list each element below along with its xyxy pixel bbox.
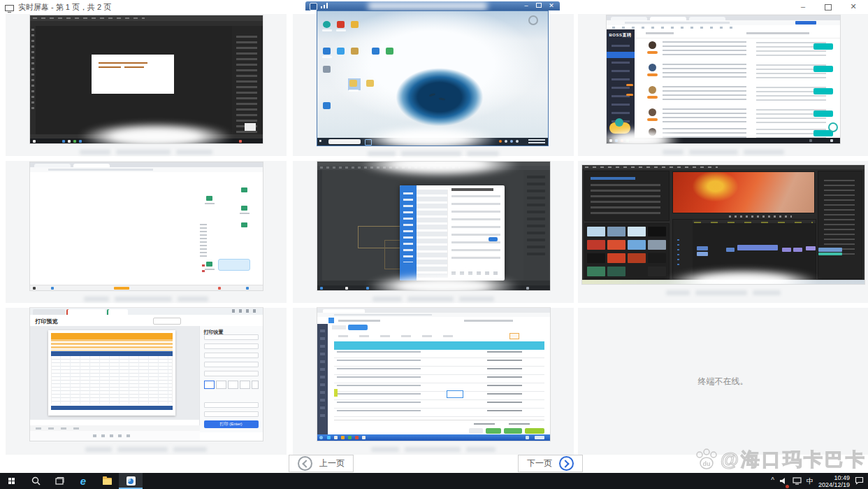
print-form-field bbox=[204, 411, 259, 417]
desktop-icon bbox=[386, 48, 393, 55]
remote-minimize-button[interactable]: – bbox=[521, 1, 532, 10]
os-taskbar bbox=[607, 138, 840, 143]
pr-right-panel bbox=[818, 171, 862, 278]
tray-time: 10:49 bbox=[834, 474, 850, 481]
minimize-button[interactable]: – bbox=[791, 0, 815, 13]
screen-cell-3[interactable]: BOSS直聘 bbox=[578, 14, 868, 156]
screen-name-label-redacted bbox=[663, 148, 784, 156]
erp-table-header bbox=[334, 341, 544, 350]
network-display-icon[interactable] bbox=[793, 475, 802, 488]
small-text-stack bbox=[200, 224, 207, 259]
os-taskbar: e ^ 中 10:49 2024/12/19 bbox=[0, 473, 868, 489]
prev-page-button[interactable]: 上一页 bbox=[289, 455, 354, 472]
pr-program-monitor bbox=[673, 172, 814, 213]
remote-session-window[interactable]: – ✕ bbox=[305, 1, 560, 146]
print-preview-area bbox=[30, 326, 200, 420]
icon-label bbox=[322, 56, 332, 58]
hidden-icons-chevron[interactable]: ^ bbox=[771, 476, 774, 484]
chat-button bbox=[813, 88, 833, 94]
tray-clock[interactable]: 10:49 2024/12/19 bbox=[818, 474, 850, 488]
print-button: 打印 (Enter) bbox=[204, 420, 259, 428]
browser-tabs bbox=[607, 15, 840, 20]
screen-name-label-redacted bbox=[84, 295, 208, 303]
node-label bbox=[205, 269, 215, 270]
screen-thumbnail-cad[interactable] bbox=[317, 162, 550, 290]
tray-clock bbox=[528, 139, 545, 144]
erp-row-marker bbox=[334, 389, 338, 397]
browser-address-bar bbox=[30, 167, 263, 172]
remote-maximize-button[interactable] bbox=[533, 1, 544, 10]
os-taskbar bbox=[30, 431, 200, 441]
edge-icon: e bbox=[80, 476, 86, 486]
icon-label bbox=[322, 29, 332, 31]
search-button[interactable] bbox=[24, 473, 48, 489]
candidate-row bbox=[639, 106, 837, 126]
erp-row-text bbox=[337, 351, 421, 416]
file-explorer-button[interactable] bbox=[95, 473, 119, 489]
erp-orange-select bbox=[509, 333, 519, 339]
icon-label bbox=[349, 90, 359, 92]
green-node bbox=[241, 222, 247, 227]
active-app-button[interactable] bbox=[119, 473, 143, 489]
task-view-button[interactable] bbox=[48, 473, 71, 489]
mute-badge bbox=[786, 485, 789, 488]
screen-cell-7[interactable]: 打印预览 打印设置 bbox=[6, 308, 287, 455]
offline-message: 终端不在线。 bbox=[698, 376, 748, 388]
screen-thumbnail-web-doc[interactable] bbox=[30, 162, 263, 290]
screen-thumbnail-boss-site[interactable]: BOSS直聘 bbox=[607, 15, 840, 143]
maximize-icon bbox=[536, 3, 542, 8]
search-box bbox=[328, 139, 361, 144]
maximize-button[interactable] bbox=[816, 0, 840, 13]
remote-title-redacted bbox=[368, 2, 487, 10]
screen-thumbnail-photoshop[interactable] bbox=[30, 15, 263, 143]
ime-indicator[interactable]: 中 bbox=[806, 476, 813, 486]
dialog-blue-button bbox=[489, 237, 498, 241]
print-form-field bbox=[204, 371, 259, 376]
dialog-title-bar bbox=[451, 188, 493, 191]
screen-cell-8[interactable] bbox=[293, 308, 574, 455]
next-page-button[interactable]: 下一页 bbox=[518, 455, 583, 472]
sheet-title-band bbox=[51, 333, 173, 339]
sheet-tab-strip bbox=[30, 425, 200, 431]
desktop-icon-folder bbox=[366, 80, 374, 87]
green-node bbox=[206, 262, 212, 267]
boss-content-header bbox=[635, 29, 840, 38]
screen-cell-5[interactable] bbox=[293, 161, 574, 303]
red-marks bbox=[202, 264, 205, 267]
print-settings-title: 打印设置 bbox=[204, 329, 224, 336]
remote-window-titlebar[interactable]: – ✕ bbox=[305, 1, 560, 10]
print-form-field bbox=[204, 343, 259, 349]
desktop-icon-folder bbox=[349, 80, 357, 87]
screen-cell-1[interactable] bbox=[6, 14, 287, 156]
print-form-field bbox=[204, 402, 259, 408]
sheet-footer-band bbox=[51, 406, 173, 410]
remote-desktop-view[interactable] bbox=[317, 10, 549, 146]
remote-close-button[interactable]: ✕ bbox=[546, 1, 557, 10]
gear-icon bbox=[528, 15, 538, 25]
dialog-form-rows bbox=[451, 195, 500, 260]
screen-name-label-redacted bbox=[80, 148, 212, 156]
signal-strength-icon bbox=[321, 3, 329, 8]
screen-thumbnail-video-editor[interactable] bbox=[582, 165, 865, 284]
browser-tabs bbox=[30, 162, 263, 167]
taskbar-spacer bbox=[143, 473, 771, 489]
screen-thumbnail-wps-print[interactable]: 打印预览 打印设置 bbox=[30, 308, 263, 441]
arrow-right-circle-icon bbox=[559, 456, 574, 471]
volume-muted-icon[interactable] bbox=[779, 475, 788, 488]
page-layout-options bbox=[204, 381, 259, 396]
start-button[interactable] bbox=[0, 473, 24, 489]
dolphin-shape bbox=[439, 97, 445, 101]
screen-cell-6[interactable] bbox=[578, 161, 868, 303]
screen-cell-9-offline[interactable]: 终端不在线。 bbox=[578, 308, 868, 455]
settings-dialog bbox=[400, 185, 505, 281]
maximize-icon bbox=[825, 4, 832, 10]
browser-icon bbox=[365, 139, 372, 146]
screen-cell-4[interactable] bbox=[6, 161, 287, 303]
screen-name-label-redacted bbox=[368, 151, 499, 156]
action-center-icon[interactable] bbox=[855, 475, 864, 488]
close-button[interactable]: ✕ bbox=[841, 0, 865, 13]
pr-track-headers bbox=[673, 220, 693, 278]
chat-button bbox=[813, 66, 833, 72]
screen-thumbnail-erp[interactable] bbox=[317, 308, 550, 441]
browser-taskbar-button[interactable]: e bbox=[71, 473, 95, 489]
